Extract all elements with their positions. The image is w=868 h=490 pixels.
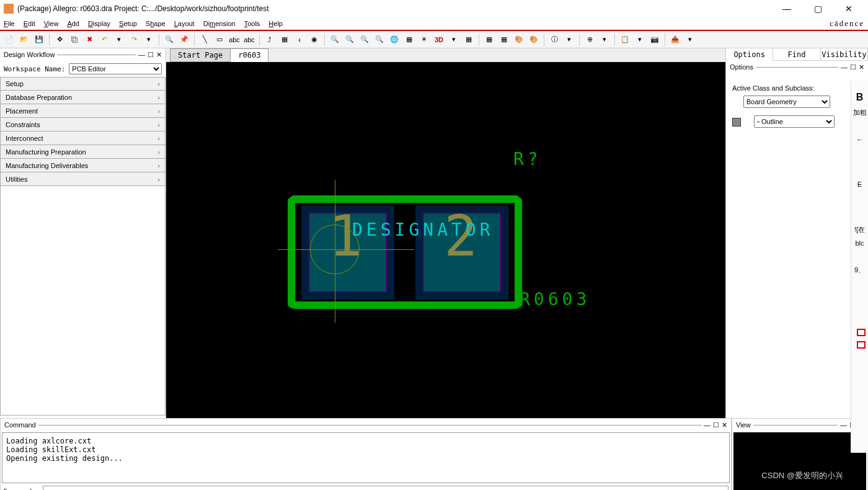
toolbar: 📄 📂 💾 ✥ ⿻ ✖ ↶ ▾ ↷ ▾ 🔍 📌 ╲ ▭ abc abc ⤴ ▦ … <box>0 31 868 48</box>
menu-setup[interactable]: Setup <box>119 20 137 27</box>
tab-start-page[interactable]: Start Page <box>170 48 231 62</box>
design-canvas[interactable]: 1 2 R? DESIGNATOR R0603 <box>166 62 725 418</box>
color-icon[interactable]: ▦ <box>497 33 511 47</box>
text2-icon[interactable]: abc <box>242 33 256 47</box>
class-select[interactable]: Board Geometry <box>743 96 830 108</box>
view-min-icon[interactable]: — <box>840 421 847 429</box>
worldview-canvas[interactable] <box>733 432 866 490</box>
text-icon[interactable]: abc <box>228 33 241 47</box>
brand-logo: cādence <box>830 19 864 29</box>
active-class-label: Active Class and Subclass: <box>732 84 862 92</box>
camera-icon[interactable]: 📷 <box>648 33 662 47</box>
cmd-min-icon[interactable]: — <box>704 421 711 429</box>
via-icon[interactable]: ◉ <box>308 33 321 47</box>
subclass-select[interactable]: ▫ Outline <box>754 115 835 128</box>
export-icon[interactable]: 📤 <box>668 33 682 47</box>
window-title: (Package) Allegro: r0603.dra Project: C:… <box>17 4 777 13</box>
workflow-item-interconnect[interactable]: Interconnect› <box>0 131 166 145</box>
menu-layout[interactable]: Layout <box>174 20 195 27</box>
save-icon[interactable]: 💾 <box>32 33 46 47</box>
3d-dd-icon[interactable]: ▾ <box>447 33 461 47</box>
workspace-select[interactable]: PCB Editor <box>69 63 162 74</box>
close-button[interactable]: ✕ <box>839 4 858 14</box>
tab-find[interactable]: Find <box>773 48 820 60</box>
workflow-item-manufacturing-preparation[interactable]: Manufacturing Preparation› <box>0 145 166 159</box>
menu-display[interactable]: Display <box>88 20 110 27</box>
opt-max-icon[interactable]: ☐ <box>850 63 856 71</box>
info-icon[interactable]: ⓘ <box>547 33 561 47</box>
plus-icon[interactable]: ⊕ <box>583 33 596 47</box>
refdes-text: R? <box>513 149 542 169</box>
info-dd-icon[interactable]: ▾ <box>562 33 576 47</box>
menu-dimension[interactable]: Dimension <box>203 20 236 27</box>
app-icon <box>4 4 14 14</box>
flip-icon[interactable]: ▦ <box>462 33 476 47</box>
wf-max-icon[interactable]: ☐ <box>148 51 154 59</box>
workflow-item-manufacturing-deliverables[interactable]: Manufacturing Deliverables› <box>0 159 166 172</box>
tab-r0603[interactable]: r0603 <box>230 48 268 62</box>
zoom-in-icon[interactable]: 🔍 <box>328 33 342 47</box>
shape-icon[interactable]: ▦ <box>278 33 291 47</box>
menu-help[interactable]: Help <box>268 20 283 27</box>
plus-dd-icon[interactable]: ▾ <box>598 33 611 47</box>
palette-icon[interactable]: 🎨 <box>512 33 526 47</box>
report-dd-icon[interactable]: ▾ <box>633 33 647 47</box>
copy-icon[interactable]: ⿻ <box>68 33 81 47</box>
open-icon[interactable]: 📂 <box>17 33 31 47</box>
options-subtitle: Options <box>730 63 753 71</box>
menu-file[interactable]: File <box>4 20 15 27</box>
tab-visibility[interactable]: Visibility <box>821 48 868 60</box>
command-input[interactable] <box>43 486 728 490</box>
conn-icon[interactable]: ⤴ <box>263 33 277 47</box>
value-text: R0603 <box>520 289 590 310</box>
layers-icon[interactable]: ▦ <box>402 33 416 47</box>
report-icon[interactable]: 📋 <box>618 33 632 47</box>
sun-icon[interactable]: ☀ <box>417 33 431 47</box>
command-title: Command <box>4 421 36 429</box>
route-icon[interactable]: ⫞ <box>293 33 306 47</box>
zoom-out-icon[interactable]: 🔍 <box>343 33 356 47</box>
world-icon[interactable]: 🌐 <box>388 33 401 47</box>
menu-shape[interactable]: Shape <box>146 20 166 27</box>
workflow-item-database-preparation[interactable]: Database Preparation› <box>0 91 166 104</box>
undo-icon[interactable]: ↶ <box>97 33 111 47</box>
designator-text: DESIGNATOR <box>352 220 494 240</box>
workflow-item-placement[interactable]: Placement› <box>0 104 166 118</box>
workflow-item-setup[interactable]: Setup› <box>0 77 166 91</box>
move-icon[interactable]: ✥ <box>53 33 66 47</box>
zoom-sel-icon[interactable]: 🔍 <box>373 33 386 47</box>
undo-dd-icon[interactable]: ▾ <box>112 33 126 47</box>
opt-min-icon[interactable]: — <box>841 63 848 71</box>
new-icon[interactable]: 📄 <box>2 33 16 47</box>
export-dd-icon[interactable]: ▾ <box>683 33 697 47</box>
opt-close-icon[interactable]: ✕ <box>859 63 864 71</box>
redo-icon[interactable]: ↷ <box>127 33 141 47</box>
workflow-item-constraints[interactable]: Constraints› <box>0 118 166 131</box>
pin-icon[interactable]: 📌 <box>177 33 191 47</box>
wf-close-icon[interactable]: ✕ <box>156 51 162 59</box>
menu-tools[interactable]: Tools <box>244 20 260 27</box>
workflow-blank <box>0 186 166 416</box>
minimize-button[interactable]: — <box>777 4 796 14</box>
theme-icon[interactable]: 🎨 <box>527 33 541 47</box>
workflow-item-utilities[interactable]: Utilities› <box>0 172 166 186</box>
line-icon[interactable]: ╲ <box>198 33 211 47</box>
3d-icon[interactable]: 3D <box>432 33 446 47</box>
maximize-button[interactable]: ▢ <box>808 4 827 14</box>
menu-add[interactable]: Add <box>67 20 79 27</box>
cmd-max-icon[interactable]: ☐ <box>713 421 719 429</box>
grid-icon[interactable]: ▦ <box>482 33 496 47</box>
find-icon[interactable]: 🔍 <box>162 33 176 47</box>
subclass-color-swatch[interactable] <box>732 118 741 127</box>
tab-options[interactable]: Options <box>726 48 773 61</box>
wf-min-icon[interactable]: — <box>138 51 145 59</box>
redo-dd-icon[interactable]: ▾ <box>142 33 156 47</box>
menu-edit[interactable]: Edit <box>24 20 35 27</box>
delete-icon[interactable]: ✖ <box>82 33 96 47</box>
rect-icon[interactable]: ▭ <box>213 33 226 47</box>
workflow-title: Design Workflow <box>4 51 55 58</box>
zoom-fit-icon[interactable]: 🔍 <box>358 33 371 47</box>
cmd-close-icon[interactable]: ✕ <box>722 421 727 429</box>
menu-view[interactable]: View <box>44 20 59 27</box>
external-sidebar: B 加粗 ← E ![在 blc 9、 <box>851 81 868 453</box>
